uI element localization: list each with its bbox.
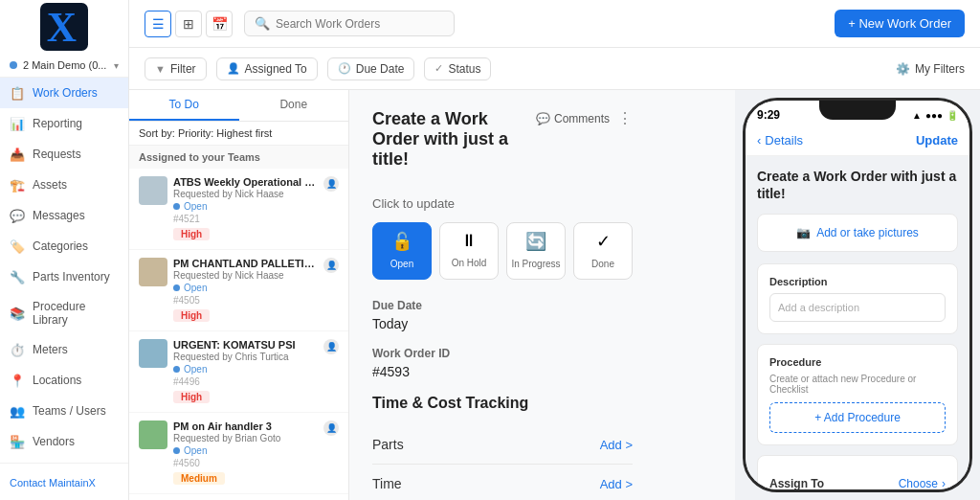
add-photo-label: Add or take pictures (816, 226, 919, 239)
comments-button[interactable]: 💬 Comments (536, 112, 610, 125)
detail-title: Create a Work Order with just a title! (372, 109, 536, 170)
phone-description-label: Description (769, 276, 946, 287)
wo-info: ATBS Weekly Operational Round F... Reque… (173, 176, 318, 241)
wo-tabs: To Do Done (129, 90, 348, 122)
status-buttons: 🔓Open⏸On Hold🔄In Progress✓Done (372, 222, 633, 280)
parts-add-link[interactable]: Add > (600, 438, 633, 452)
wo-avatar (139, 339, 167, 368)
phone-description-section: Description Add a description (757, 263, 958, 334)
in-progress-label: In Progress (511, 259, 560, 269)
wo-info: PM CHANTLAND PALLETIZER BI-W... Requeste… (173, 258, 318, 323)
assigned-to-label: Assigned To (245, 62, 307, 76)
sidebar-item-vendors[interactable]: 🏪Vendors (0, 426, 128, 457)
sidebar-item-work-orders[interactable]: 📋Work Orders (0, 78, 128, 108)
tab-done[interactable]: Done (239, 90, 349, 121)
wo-badge-icon: 👤 (323, 176, 339, 192)
tab-todo[interactable]: To Do (129, 90, 239, 121)
sidebar-label-meters: Meters (33, 343, 68, 356)
workspace-selector[interactable]: 2 Main Demo (0... ▾ (0, 54, 128, 78)
wo-id-field: Work Order ID #4593 (372, 347, 633, 379)
phone-add-photo-button[interactable]: 📷 Add or take pictures (769, 226, 946, 239)
sidebar-item-reporting[interactable]: 📊Reporting (0, 108, 128, 139)
wo-status-text: Open (184, 364, 207, 375)
list-item[interactable]: Boiler Round Check Requested by CMac Chr… (129, 494, 348, 500)
wo-sort: Sort by: Priority: Highest first (129, 122, 348, 146)
my-filters-button[interactable]: ⚙️ My Filters (896, 62, 965, 76)
wo-id-label: Work Order ID (372, 347, 633, 360)
phone-description-input[interactable]: Add a description (769, 293, 946, 322)
phone-procedure-label: Procedure (769, 356, 946, 368)
due-date-field: Due Date Today (372, 299, 633, 331)
assign-to-choose[interactable]: Choose › (899, 477, 946, 489)
phone-content: Create a Work Order with just a title! 📷… (746, 156, 969, 489)
on-hold-label: On Hold (452, 258, 487, 268)
comment-icon: 💬 (536, 112, 550, 125)
sidebar-item-messages[interactable]: 💬Messages (0, 200, 128, 231)
status-btn-done[interactable]: ✓Done (573, 222, 633, 280)
search-input[interactable] (276, 17, 444, 31)
list-item[interactable]: PM on Air handler 3 Requested by Brian G… (129, 413, 348, 494)
cost-tracking-title: Time & Cost Tracking (372, 395, 633, 412)
sidebar-item-requests[interactable]: 📥Requests (0, 139, 128, 170)
grid-view-btn[interactable]: ⊞ (175, 11, 202, 37)
time-row: Time Add > (372, 465, 633, 500)
contact-link[interactable]: Contact MaintainX (10, 477, 96, 489)
camera-icon: 📷 (796, 226, 811, 239)
wo-item-title: URGENT: KOMATSU PSI (173, 339, 318, 351)
wo-id: #4560 (173, 458, 318, 468)
list-item[interactable]: URGENT: KOMATSU PSI Requested by Chris T… (129, 331, 348, 413)
assign-to-value: Choose (899, 477, 938, 489)
list-item[interactable]: ATBS Weekly Operational Round F... Reque… (129, 169, 348, 250)
list-view-btn[interactable]: ☰ (145, 11, 171, 37)
sidebar-label-categories: Categories (33, 239, 88, 253)
open-label: Open (390, 259, 413, 269)
wo-badges: 👤 (323, 339, 339, 354)
sort-value[interactable]: Priority: Highest first (178, 127, 272, 139)
sidebar-item-locations[interactable]: 📍Locations (0, 365, 128, 396)
sidebar-item-procedure-library[interactable]: 📚Procedure Library (0, 292, 128, 334)
new-work-order-button[interactable]: + New Work Order (835, 10, 965, 37)
calendar-view-btn[interactable]: 📅 (206, 11, 233, 37)
work-order-list: To Do Done Sort by: Priority: Highest fi… (129, 90, 349, 500)
phone-mockup: 9:29 ▲ ●●● 🔋 ‹ Details Update Create a (743, 98, 972, 492)
list-item[interactable]: PM CHANTLAND PALLETIZER BI-W... Requeste… (129, 250, 348, 331)
phone-add-procedure-button[interactable]: + Add Procedure (769, 402, 946, 433)
person-icon: 👤 (227, 62, 240, 75)
status-label: Status (448, 62, 480, 76)
due-date-filter[interactable]: 🕐 Due Date (327, 57, 415, 80)
assigned-to-filter[interactable]: 👤 Assigned To (216, 57, 318, 80)
in-progress-icon: 🔄 (511, 231, 561, 252)
workspace-arrow-icon: ▾ (114, 60, 119, 71)
phone-update-button[interactable]: Update (916, 133, 958, 148)
status-btn-in-progress[interactable]: 🔄In Progress (506, 222, 566, 280)
wo-priority-badge: Medium (173, 472, 225, 485)
reporting-icon: 📊 (10, 116, 25, 131)
sidebar-item-categories[interactable]: 🏷️Categories (0, 231, 128, 261)
more-options-icon[interactable]: ⋮ (617, 109, 633, 127)
done-icon: ✓ (578, 231, 628, 252)
status-btn-on-hold[interactable]: ⏸On Hold (439, 222, 499, 280)
status-btn-open[interactable]: 🔓Open (372, 222, 432, 280)
due-date-field-label: Due Date (372, 299, 633, 312)
sidebar-label-vendors: Vendors (33, 435, 75, 448)
work-orders-icon: 📋 (10, 85, 25, 101)
wo-badge-icon: 👤 (323, 420, 339, 436)
sidebar-label-work-orders: Work Orders (33, 86, 98, 100)
sidebar-item-meters[interactable]: ⏱️Meters (0, 334, 128, 365)
wo-id: #4496 (173, 376, 318, 387)
status-filter[interactable]: ✓ Status (424, 57, 491, 80)
filter-bar: ▼ Filter 👤 Assigned To 🕐 Due Date ✓ Stat… (129, 48, 980, 90)
sidebar-item-assets[interactable]: 🏗️Assets (0, 170, 128, 200)
sidebar-item-teams-users[interactable]: 👥Teams / Users (0, 396, 128, 426)
wo-status-text: Open (184, 201, 207, 212)
sidebar-item-parts-inventory[interactable]: 🔧Parts Inventory (0, 261, 128, 292)
phone-back-button[interactable]: ‹ Details (757, 133, 803, 148)
time-add-link[interactable]: Add > (600, 477, 633, 491)
workspace-label: 2 Main Demo (0... (23, 59, 114, 71)
sort-prefix: Sort by: (139, 127, 175, 139)
sidebar-label-requests: Requests (33, 148, 81, 161)
view-icons: ☰ ⊞ 📅 (145, 11, 233, 37)
wo-id: #4505 (173, 295, 318, 306)
filter-button[interactable]: ▼ Filter (145, 57, 207, 80)
wo-status-dot (173, 284, 180, 291)
